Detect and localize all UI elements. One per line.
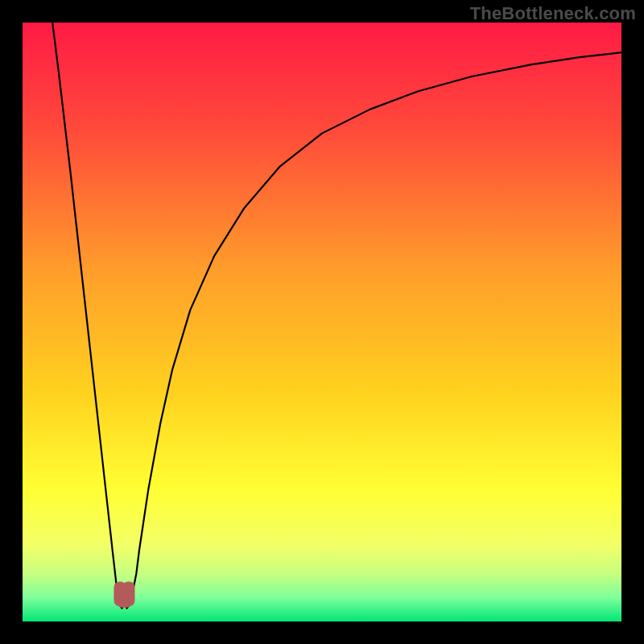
chart-svg <box>23 23 621 621</box>
plot-area <box>23 23 621 621</box>
gradient-background <box>23 23 621 621</box>
notch-bridge <box>118 601 130 608</box>
notch-marker <box>114 582 134 608</box>
watermark-text: TheBottleneck.com <box>470 3 636 24</box>
chart-frame: TheBottleneck.com <box>0 0 644 644</box>
